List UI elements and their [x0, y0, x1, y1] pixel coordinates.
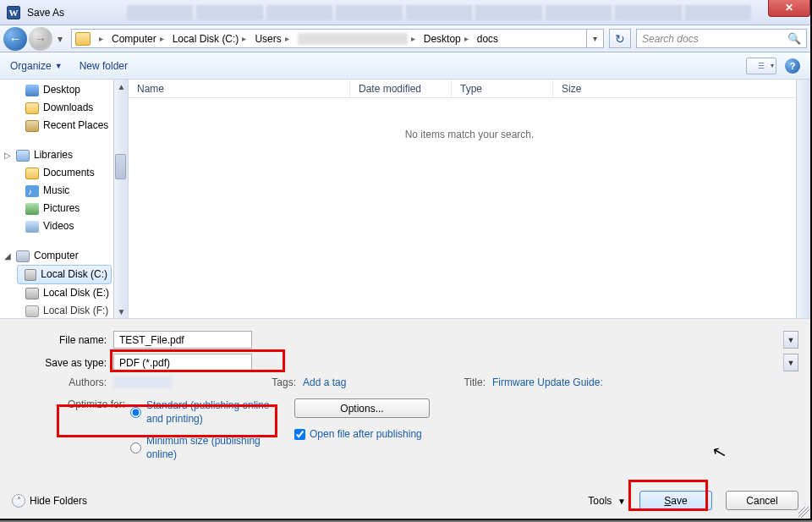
tree-videos[interactable]: Videos: [2, 217, 128, 235]
tree-local-disk-c[interactable]: Local Disk (C:): [17, 265, 112, 284]
nav-forward-button[interactable]: →: [29, 27, 52, 51]
filename-label: File name:: [12, 334, 113, 346]
tree-local-disk-e[interactable]: Local Disk (E:): [2, 284, 128, 302]
col-date[interactable]: Date modified: [350, 80, 452, 97]
tree-desktop[interactable]: Desktop: [2, 81, 128, 99]
close-button[interactable]: ✕: [768, 0, 810, 17]
crumb-computer[interactable]: Computer▸: [108, 30, 167, 47]
view-options-button[interactable]: ☰: [746, 58, 776, 74]
optimize-label: Optimize for:: [68, 398, 125, 410]
tools-menu[interactable]: Tools ▼: [588, 495, 626, 507]
file-list-header[interactable]: Name Date modified Type Size: [129, 80, 810, 98]
tree-recent-places[interactable]: Recent Places: [2, 117, 128, 135]
savetype-dropdown[interactable]: ▼: [783, 354, 798, 371]
chevron-up-icon: ˄: [12, 494, 25, 508]
options-button[interactable]: Options...: [294, 398, 430, 418]
word-app-icon: W: [7, 6, 20, 19]
open-after-checkbox[interactable]: Open file after publishing: [294, 428, 798, 440]
address-dropdown[interactable]: ▾: [586, 30, 603, 47]
crumb-desktop[interactable]: Desktop▸: [420, 30, 472, 47]
help-icon[interactable]: ?: [785, 58, 800, 74]
toolbar: Organize ▼ New folder ☰ ?: [0, 52, 810, 80]
tree-local-disk-f[interactable]: Local Disk (F:): [2, 302, 128, 320]
savetype-label: Save as type:: [12, 357, 113, 369]
folder-tree[interactable]: Desktop Downloads Recent Places ▷Librari…: [0, 80, 129, 318]
tree-scrollbar[interactable]: ▲ ▼: [113, 80, 128, 318]
refresh-button[interactable]: ↻: [609, 29, 631, 48]
crumb-docs[interactable]: docs: [474, 30, 502, 47]
col-type[interactable]: Type: [452, 80, 553, 97]
title-label: Title:: [455, 376, 492, 388]
save-form: File name: ▼ Save as type: ▼ Authors: Ta…: [0, 318, 810, 519]
col-name[interactable]: Name: [129, 80, 350, 97]
tree-pictures[interactable]: Pictures: [2, 200, 128, 217]
crumb-user-redacted[interactable]: ▸: [294, 30, 419, 47]
optimize-minimum-radio[interactable]: Minimum size (publishing online): [130, 434, 273, 461]
tags-input[interactable]: Add a tag: [303, 376, 455, 388]
filename-dropdown[interactable]: ▼: [783, 331, 798, 349]
tags-label: Tags:: [266, 376, 303, 388]
organize-menu[interactable]: Organize ▼: [10, 60, 63, 72]
open-after-check[interactable]: [294, 429, 305, 440]
crumb-sep[interactable]: ▸: [92, 30, 107, 47]
tree-libraries[interactable]: ▷Libraries: [2, 146, 128, 164]
folder-icon: [75, 32, 91, 46]
window-title: Save As: [27, 7, 64, 19]
nav-history-dropdown[interactable]: ▾: [54, 27, 66, 51]
navigation-bar: ← → ▾ ▸ Computer▸ Local Disk (C:)▸ Users…: [0, 25, 810, 52]
authors-label: Authors:: [12, 376, 113, 388]
optimize-standard-radio[interactable]: Standard (publishing online and printing…: [130, 398, 273, 426]
tree-computer[interactable]: ◢Computer: [2, 247, 128, 265]
radio-minimum[interactable]: [130, 435, 141, 461]
address-bar[interactable]: ▸ Computer▸ Local Disk (C:)▸ Users▸ ▸ De…: [71, 29, 604, 48]
file-list[interactable]: Name Date modified Type Size No items ma…: [129, 80, 810, 318]
nav-back-button[interactable]: ←: [3, 27, 27, 51]
resize-grip[interactable]: [798, 507, 809, 518]
search-input[interactable]: Search docs 🔍: [636, 29, 807, 48]
col-size[interactable]: Size: [553, 80, 810, 97]
crumb-local-disk-c[interactable]: Local Disk (C:)▸: [169, 30, 250, 47]
savetype-combo[interactable]: [113, 354, 252, 371]
authors-value-redacted[interactable]: [113, 376, 173, 388]
search-placeholder: Search docs: [642, 33, 699, 45]
crumb-users[interactable]: Users▸: [251, 30, 292, 47]
save-button[interactable]: Save: [639, 491, 712, 510]
tree-scroll-thumb[interactable]: [115, 154, 126, 179]
tree-downloads[interactable]: Downloads: [2, 99, 128, 117]
tree-music[interactable]: Music: [2, 182, 128, 200]
tree-documents[interactable]: Documents: [2, 164, 128, 182]
title-input[interactable]: Firmware Update Guide:: [492, 376, 603, 388]
empty-message: No items match your search.: [129, 129, 810, 140]
filelist-scrollbar[interactable]: [796, 80, 810, 318]
cancel-button[interactable]: Cancel: [726, 491, 798, 510]
radio-standard[interactable]: [130, 399, 141, 426]
new-folder-button[interactable]: New folder: [80, 60, 128, 72]
filename-input[interactable]: [113, 331, 252, 349]
hide-folders-button[interactable]: ˄ Hide Folders: [12, 494, 87, 508]
search-icon: 🔍: [787, 32, 801, 45]
titlebar: W Save As ✕: [0, 0, 810, 25]
titlebar-background-apps: [127, 5, 751, 20]
